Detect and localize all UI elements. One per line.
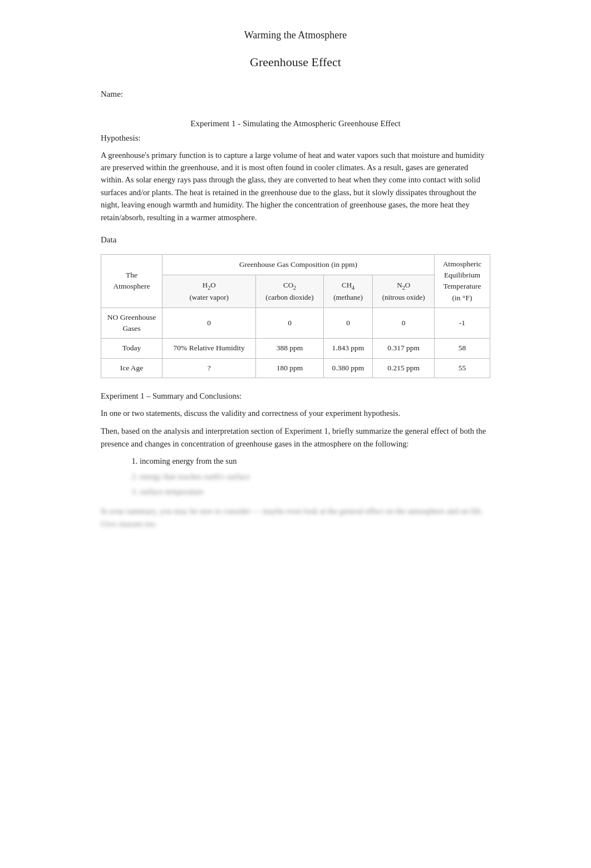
cell-temp-1: 58 (435, 339, 490, 358)
experiment-title: Experiment 1 - Simulating the Atmospheri… (101, 117, 490, 130)
col-header-ghg: Greenhouse Gas Composition (in ppm) (162, 254, 435, 275)
list-item-2: energy that reaches earth's surface (140, 471, 490, 483)
sub-header-co2: CO2(carbon dioxide) (256, 275, 323, 307)
sub-header-h2o: H2O(water vapor) (162, 275, 256, 307)
cell-temp-2: 55 (435, 358, 490, 378)
cell-co2-1: 388 ppm (256, 339, 323, 358)
sub-title: Greenhouse Effect (101, 53, 490, 71)
table-row: Today 70% Relative Humidity 388 ppm 1.84… (101, 339, 490, 358)
cell-co2-0: 0 (256, 307, 323, 339)
conclusions-title: Experiment 1 – Summary and Conclusions: (101, 390, 490, 403)
cell-n2o-1: 0.317 ppm (373, 339, 435, 358)
cell-atmosphere-2: Ice Age (101, 358, 162, 378)
cell-atmosphere-0: NO Greenhouse Gases (101, 307, 162, 339)
cell-co2-2: 180 ppm (256, 358, 323, 378)
data-label: Data (101, 234, 490, 246)
cell-ch4-0: 0 (323, 307, 373, 339)
cell-n2o-2: 0.215 ppm (373, 358, 435, 378)
table-row: NO Greenhouse Gases 0 0 0 0 -1 (101, 307, 490, 339)
col-header-temp: Atmospheric Equilibrium Temperature (in … (435, 254, 490, 307)
data-table: The Atmosphere Greenhouse Gas Compositio… (101, 254, 490, 378)
list-item-3: surface temperature (140, 486, 490, 498)
main-title: Warming the Atmosphere (101, 28, 490, 43)
cell-temp-0: -1 (435, 307, 490, 339)
list-item-1: incoming energy from the sun (140, 455, 490, 468)
table-row: Ice Age ? 180 ppm 0.380 ppm 0.215 ppm 55 (101, 358, 490, 378)
cell-ch4-2: 0.380 ppm (323, 358, 373, 378)
hypothesis-label: Hypothesis: (101, 132, 490, 145)
hypothesis-text: A greenhouse's primary function is to ca… (101, 149, 490, 224)
conclusions-text1: In one or two statements, discuss the va… (101, 407, 490, 419)
cell-h2o-0: 0 (162, 307, 256, 339)
conclusions-text2: Then, based on the analysis and interpre… (101, 425, 490, 450)
cell-ch4-1: 1.843 ppm (323, 339, 373, 358)
conclusions-list: incoming energy from the sun energy that… (123, 455, 490, 498)
cell-h2o-1: 70% Relative Humidity (162, 339, 256, 358)
cell-atmosphere-1: Today (101, 339, 162, 358)
page-container: Warming the Atmosphere Greenhouse Effect… (67, 0, 524, 569)
blurred-text: In your summary, you may be sure to cons… (101, 505, 490, 530)
col-header-atmosphere: The Atmosphere (101, 254, 162, 307)
cell-n2o-0: 0 (373, 307, 435, 339)
cell-h2o-2: ? (162, 358, 256, 378)
sub-header-ch4: CH4(methane) (323, 275, 373, 307)
name-label: Name: (101, 88, 490, 101)
sub-header-n2o: N2O(nitrous oxide) (373, 275, 435, 307)
